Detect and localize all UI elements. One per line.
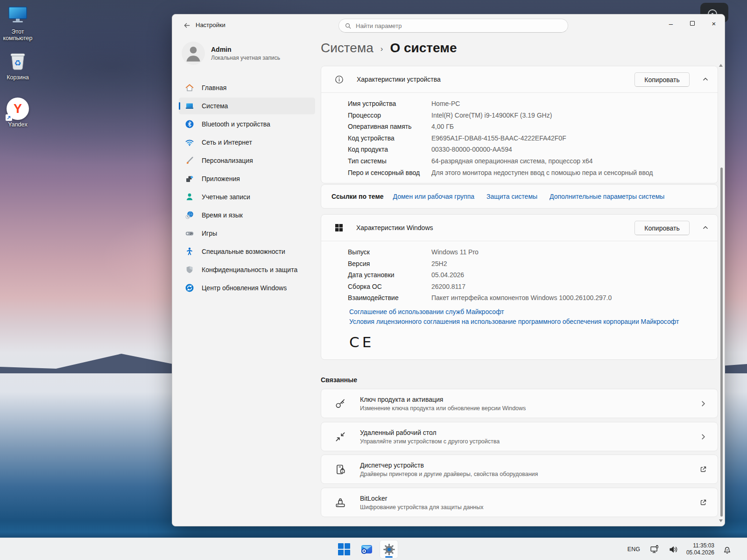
account-type: Локальная учетная запись [211,55,280,61]
desktop-icon-recycle-bin[interactable]: ♻ Корзина [0,49,35,81]
shortcut-arrow-icon [6,114,12,121]
collapse-chevron-icon[interactable] [702,224,709,231]
home-icon [185,83,194,92]
breadcrumb: Система › О системе [321,41,457,56]
related-item-bitlocker[interactable]: BitLocker Шифрование устройства для защи… [321,488,718,517]
sidebar-item-personalization[interactable]: Персонализация [179,152,315,169]
spec-row: Сборка ОС26200.8117 [348,281,718,293]
account-block[interactable]: Admin Локальная учетная запись [182,42,280,65]
scrollbar-up-arrow[interactable] [719,64,723,67]
clock[interactable]: 11:35:03 05.04.2026 [686,542,714,556]
bluetooth-icon [185,119,194,129]
desktop-icon-yandex[interactable]: Y Yandex [0,98,35,128]
outlook-icon [359,542,374,556]
external-link-icon [699,465,707,474]
desktop-icon-label: Этот компьютер [0,28,35,42]
sidebar-item-system[interactable]: Система [179,98,315,114]
sidebar-item-windows-update[interactable]: Центр обновления Windows [179,280,315,296]
link-advanced-system-settings[interactable]: Дополнительные параметры системы [550,193,664,200]
spec-row: Имя устройстваHome-PC [348,98,718,110]
sidebar-item-accessibility[interactable]: Специальные возможности [179,243,315,260]
related-item-remote-desktop[interactable]: Удаленный рабочий стол Управляйте этим у… [321,422,718,451]
spec-row: ВзаимодействиеПакет интерфейса компонент… [348,292,718,304]
active-app-indicator [385,556,393,558]
spec-row: Перо и сенсорный вводДля этого монитора … [348,167,718,179]
window-title: Настройки [196,21,226,28]
notification-bell-icon[interactable]: z [721,544,733,555]
shield-icon [185,265,194,274]
svg-text:♻: ♻ [14,58,21,68]
sidebar-item-gaming[interactable]: Игры [179,225,315,242]
tray-time: 11:35:03 [686,542,714,549]
scrollbar-down-arrow[interactable] [719,519,723,522]
language-indicator[interactable]: ENG [626,544,642,554]
chevron-right-icon [699,433,707,441]
apps-icon [185,174,194,183]
sidebar-item-privacy-security[interactable]: Конфиденциальность и защита [179,261,315,278]
link-license-terms[interactable]: Условия лицензионного соглашения на испо… [349,317,718,327]
device-manager-icon [334,463,346,476]
key-icon [334,398,346,410]
taskbar-outlook-button[interactable] [357,540,376,559]
sidebar-item-apps[interactable]: Приложения [179,170,315,187]
related-section-title: Связанные [321,376,357,384]
copy-windows-specs-button[interactable]: Копировать [634,221,690,235]
back-arrow-icon [183,22,190,29]
taskbar: ENG 11:35:03 05.04.2026 z [0,538,747,560]
windows-start-icon [338,543,350,555]
sidebar-item-time-language[interactable]: Время и язык [179,207,315,224]
account-name: Admin [211,46,280,53]
related-item-product-key[interactable]: Ключ продукта и активация Изменение ключ… [321,389,718,418]
start-button[interactable] [335,540,353,559]
breadcrumb-chevron-icon: › [381,44,383,54]
windows-specs-card: Характеристики Windows Копировать Выпуск… [321,214,718,360]
related-item-device-manager[interactable]: Диспетчер устройств Драйверы принтеров и… [321,455,718,484]
tray-date: 05.04.2026 [686,549,714,556]
brush-icon [185,156,194,165]
sidebar-item-home[interactable]: Главная [179,79,315,96]
related-links-card: Ссылки по теме Домен или рабочая группа … [321,184,718,209]
spec-row: Тип системы64-разрядная операционная сис… [348,155,718,167]
desktop-icon-this-pc[interactable]: Этот компьютер [0,4,35,42]
wifi-icon [185,138,194,147]
desktop-icon-label: Корзина [0,74,35,81]
spec-row: Версия25H2 [348,258,718,270]
sidebar: Главная Система Bluetooth и устройства [179,79,315,298]
external-link-icon [699,498,707,507]
sidebar-item-bluetooth-devices[interactable]: Bluetooth и устройства [179,116,315,133]
copy-device-specs-button[interactable]: Копировать [634,72,690,87]
settings-window: Настройки – × Admin Локальная учетная за… [172,14,725,526]
remote-desktop-icon [334,431,346,443]
page-title: О системе [390,41,457,56]
network-icon[interactable] [649,544,661,555]
bitlocker-lock-icon [334,497,346,509]
main-content: Система › О системе Характеристики устро… [321,14,725,526]
device-specs-title: Характеристики устройства [357,76,441,83]
taskbar-settings-button[interactable] [380,540,398,559]
breadcrumb-system[interactable]: Система [321,41,374,56]
chevron-right-icon [699,399,707,408]
spec-row: ВыпускWindows 11 Pro [348,246,718,258]
collapse-chevron-icon[interactable] [702,76,709,83]
windows-specs-header[interactable]: Характеристики Windows Копировать [321,215,718,241]
info-icon [335,75,344,84]
person-icon [185,192,194,202]
this-pc-icon [0,4,35,27]
ce-mark: CE [349,334,718,350]
link-system-protection[interactable]: Защита системы [486,193,537,200]
sidebar-item-accounts[interactable]: Учетные записи [179,189,315,205]
device-specs-header[interactable]: Характеристики устройства Копировать [321,66,718,93]
volume-icon[interactable] [668,544,679,555]
avatar [182,42,205,65]
sidebar-item-network-internet[interactable]: Сеть и Интернет [179,134,315,151]
accessibility-icon [185,247,194,256]
scrollbar-thumb[interactable] [720,168,723,517]
yandex-icon: Y [7,98,29,120]
windows-logo-icon [335,224,343,232]
link-domain-workgroup[interactable]: Домен или рабочая группа [393,193,474,200]
time-language-icon [185,210,194,220]
link-services-agreement[interactable]: Соглашение об использовании служб Майкро… [349,307,718,317]
back-button[interactable] [180,19,194,32]
related-links-title: Ссылки по теме [331,193,384,200]
spec-row: Код устройстваE9695A1F-DBA8-4155-BAAC-42… [348,133,718,144]
